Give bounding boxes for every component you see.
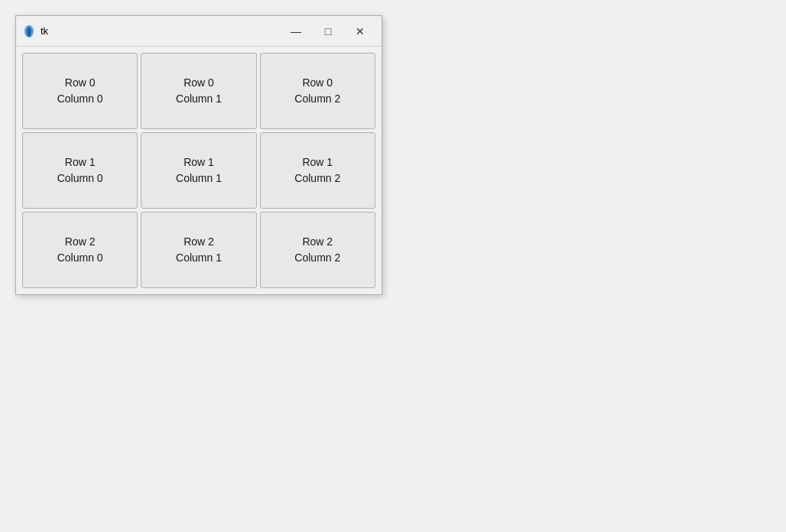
window-title: tk: [41, 25, 281, 37]
grid-cell-r0-c1[interactable]: Row 0 Column 1: [141, 53, 256, 129]
grid-cell-r2-c0[interactable]: Row 2 Column 0: [22, 212, 138, 288]
window-content: Row 0 Column 0Row 0 Column 1Row 0 Column…: [16, 47, 382, 294]
window-controls: — □ ✕: [281, 21, 375, 42]
grid-cell-r0-c0[interactable]: Row 0 Column 0: [22, 53, 138, 129]
svg-point-1: [27, 26, 31, 37]
grid-cell-r2-c1[interactable]: Row 2 Column 1: [141, 212, 256, 288]
tk-icon: [22, 24, 36, 38]
grid-cell-r1-c0[interactable]: Row 1 Column 0: [22, 132, 138, 209]
title-bar: tk — □ ✕: [16, 16, 382, 47]
maximize-button[interactable]: □: [313, 21, 343, 42]
close-button[interactable]: ✕: [345, 21, 375, 42]
button-grid: Row 0 Column 0Row 0 Column 1Row 0 Column…: [22, 53, 375, 288]
grid-cell-r1-c1[interactable]: Row 1 Column 1: [141, 132, 256, 209]
grid-cell-r1-c2[interactable]: Row 1 Column 2: [260, 132, 375, 209]
grid-cell-r2-c2[interactable]: Row 2 Column 2: [260, 212, 375, 288]
tk-window: tk — □ ✕ Row 0 Column 0Row 0 Column 1Row…: [15, 15, 382, 295]
grid-cell-r0-c2[interactable]: Row 0 Column 2: [260, 53, 375, 129]
minimize-button[interactable]: —: [281, 21, 311, 42]
